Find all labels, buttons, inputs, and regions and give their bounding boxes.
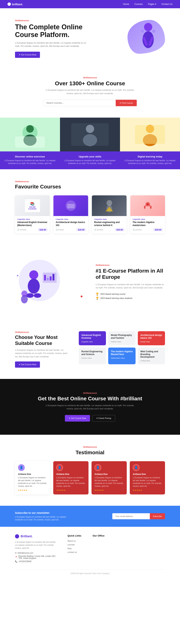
newsletter-left: Subscribe to our newsletter Li European … [15, 511, 71, 521]
svg-point-39 [21, 295, 28, 304]
choose-content: #brilliantcourse Choose Your Most Suitab… [15, 331, 67, 368]
svg-rect-10 [15, 136, 45, 148]
course-card-2[interactable]: Linguistic class Rocket engineering and … [92, 196, 127, 234]
navbar: brilliant. Home Courses Pages ▾ Contact … [0, 0, 180, 8]
course-card-3[interactable]: Linguistic class The modern Algebra mast… [130, 196, 165, 234]
location-icon: 📍 [15, 556, 17, 558]
award-icon-2: 🏆 [96, 297, 99, 300]
deco-dot-2 [81, 296, 82, 298]
course-meta-1: 🕐 8 hours $39.99 [56, 228, 86, 231]
hero-tag: #brilliantcourse [15, 20, 86, 22]
footer-quick-links-title: Quick Links [67, 534, 81, 537]
nav-contact[interactable]: Contact Us [162, 3, 173, 6]
course-name-3: The modern Algebra masterclass [133, 221, 163, 227]
cta-get-course-button[interactable]: ✦ Get Course Now [65, 415, 90, 422]
phone-icon: 📞 [15, 560, 17, 562]
choose-card-3[interactable]: Rocket Engineering and Science Science c… [79, 348, 106, 364]
platform-tag: #brilliantcourse [96, 264, 165, 266]
testimonial-tag: #brilliantcourse [15, 446, 165, 448]
course-category-0: Linguistic class [17, 218, 47, 220]
footer-contact-email: ✉ hello@esome.com [15, 552, 56, 554]
hero-cta-button[interactable]: ✦ Get Course Now [15, 52, 40, 58]
footer-brand: Brilliant. Li European lingues es membre… [15, 534, 56, 564]
choose-card-0[interactable]: Advanced English Grammar Linguistic clas… [79, 331, 106, 345]
course-meta-3: 🕐 16 hours $39.99 [133, 228, 163, 231]
footer-bottom: ©2022 All rights reserved | Dino Your Co… [15, 569, 165, 574]
footer-link-contact[interactable]: contact us [67, 551, 81, 553]
course-name-2: Rocket engineering and science behind it [94, 221, 124, 227]
footer-link-blog[interactable]: blog [67, 547, 81, 550]
footer-link-courses[interactable]: courses [67, 544, 81, 546]
course-meta-0: 🕐 16 hours $39.99 [17, 228, 47, 231]
count-desc: Li European lingues es membres del sam f… [43, 88, 137, 95]
search-input[interactable] [43, 100, 116, 106]
course-name-0: Advanced English Grammar (Masterclass) [17, 221, 47, 227]
testimonial-card-3: 👤 Antiana Doe Li European lingues es mem… [130, 461, 165, 494]
newsletter-email-input[interactable] [112, 513, 150, 519]
newsletter-title: Subscribe to our newsletter [15, 511, 71, 514]
choose-card-4[interactable]: The modern Algebra MasterClass Mathemati… [108, 348, 135, 364]
nav-home[interactable]: Home [123, 3, 129, 6]
count-tag: #brilliantcourse [15, 77, 165, 79]
testimonial-text-3: Li European lingues es membres del sam f… [133, 476, 162, 488]
headphones-icon [142, 200, 153, 211]
nav-links: Home Courses Pages ▾ Contact Us [123, 3, 173, 6]
nav-pages[interactable]: Pages ▾ [148, 3, 156, 6]
award-text-1: 2022 Award winning course [100, 293, 125, 295]
cta-banner: #brilliantcourse Get the Best Online Cou… [0, 379, 180, 435]
testimonial-name-0: Antiana Doe [18, 473, 47, 476]
hero-title: The Complete Online Course Platform. [15, 23, 86, 39]
cta-title: Get the Best Online Course With #brillia… [15, 396, 165, 402]
nav-logo[interactable]: brilliant. [7, 2, 23, 6]
choose-desc: Li European lingues es membres del sam f… [15, 348, 67, 358]
svg-rect-33 [47, 278, 49, 280]
course-category-1: Linguistic class [56, 218, 86, 220]
nav-courses[interactable]: Courses [134, 3, 143, 6]
card-desc-title-2: Upgrade your skills [64, 155, 116, 158]
card-desc-title-1: Discover online exercises [4, 155, 56, 158]
choose-cta-button[interactable]: ✦ Get Course Now [15, 362, 40, 368]
testimonial-section: #brilliantcourse Testimonial 👤 Antiana D… [0, 435, 180, 506]
testimonial-avatar-0: 👤 [18, 464, 25, 471]
testimonial-name-1: Antiana Doe [56, 473, 85, 476]
course-card-1[interactable]: Linguistic class Architectural design ba… [53, 196, 88, 234]
course-price-3: $39.99 [153, 228, 163, 231]
svg-point-36 [26, 293, 34, 298]
course-name-1: Architectural design basics 101 [56, 221, 86, 227]
choose-card-5[interactable]: Web Coding and Branding Development Codi… [138, 348, 165, 364]
choose-card-sub-0: Linguistic class [81, 341, 103, 343]
footer-contact-phone: 📞 +20155/235840 [15, 560, 56, 562]
choose-card-title-4: The modern Algebra MasterClass [111, 350, 133, 356]
course-hours-3: 🕐 16 hours [133, 229, 142, 231]
course-price-0: $39.99 [38, 228, 47, 231]
choose-card-sub-4: Mathematics class [111, 357, 133, 359]
cta-pricing-button[interactable]: ✦ Check Pricing [92, 415, 115, 422]
choose-card-1[interactable]: Model Photography and Fashion Fashion cl… [108, 331, 135, 345]
choose-card-2[interactable]: Architectural design basics 101 Design c… [138, 331, 165, 345]
course-price-1: $39.99 [76, 228, 86, 231]
testimonial-name-2: Antiana Doe [95, 473, 124, 476]
svg-rect-20 [67, 204, 75, 208]
footer-logo: Brilliant. [15, 534, 56, 538]
choose-title: Choose Your Most Suitable Course [15, 334, 67, 346]
find-course-button[interactable]: ✦ Find Course [116, 100, 137, 106]
newsletter-subscribe-button[interactable]: Subscribe [150, 513, 165, 519]
choose-tag: #brilliantcourse [15, 331, 67, 333]
choose-card-title-3: Rocket Engineering and Science [81, 350, 103, 356]
card-descriptions: Discover online exercises Li European li… [0, 152, 180, 169]
testimonial-card-1: 👤 Antiana Doe Li European lingues es mem… [53, 461, 88, 494]
testimonial-text-2: Li European lingues es membres del sam f… [95, 476, 124, 488]
footer-link-about[interactable]: About us [67, 540, 81, 542]
testimonial-stars-2: ★★★★★ [95, 489, 124, 492]
course-card-0[interactable]: 📚 ONLINECOURSES Linguistic class Advance… [15, 196, 50, 234]
course-price-2: $39.99 [115, 228, 124, 231]
testimonial-avatar-3: 👤 [133, 464, 140, 471]
svg-point-28 [29, 270, 38, 279]
award-1: 🏆 2022 Award winning course [96, 292, 165, 296]
card-image-1 [0, 118, 60, 152]
svg-point-8 [26, 125, 34, 133]
testimonial-stars-3: ★★★★★ [133, 489, 162, 492]
course-category-2: Linguistic class [94, 218, 124, 220]
platform-svg [15, 256, 64, 309]
count-title: Over 1300+ Online Course [15, 80, 165, 86]
